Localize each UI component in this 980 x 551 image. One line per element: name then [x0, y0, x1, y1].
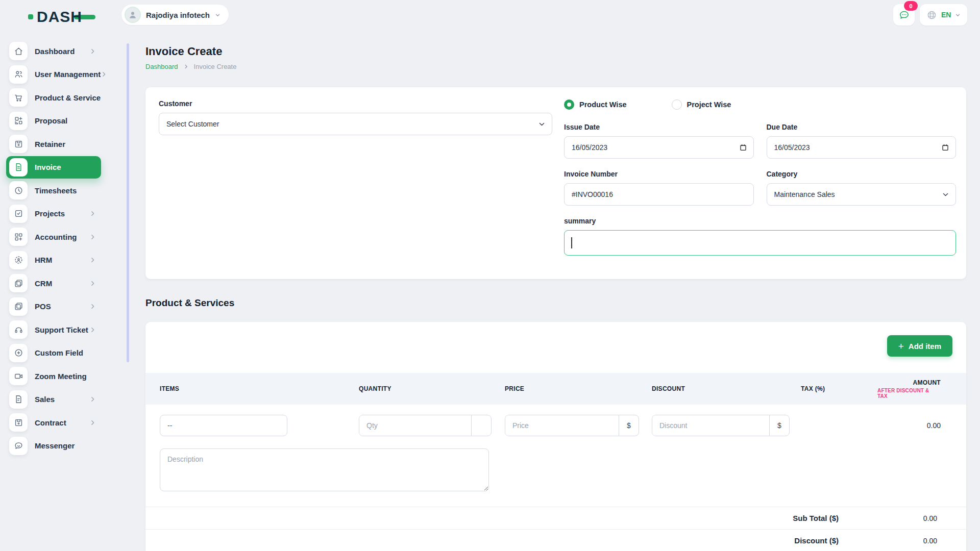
description-row	[145, 436, 966, 493]
grid-plus-icon	[9, 228, 28, 246]
product-wise-radio[interactable]: Product Wise	[564, 99, 627, 110]
chevron-right-icon	[89, 396, 96, 403]
sidebar-item-retainer[interactable]: Retainer	[6, 133, 101, 155]
qr-icon	[9, 112, 28, 130]
sidebar-item-crm[interactable]: CRM	[6, 272, 101, 294]
project-wise-radio[interactable]: Project Wise	[672, 99, 731, 110]
invoice-icon	[9, 158, 28, 177]
summary-textarea[interactable]	[564, 230, 956, 256]
customer-select[interactable]: Select Customer	[159, 113, 552, 135]
category-field-group: Category Maintenance Sales	[767, 170, 957, 206]
plus-icon: +	[898, 341, 904, 351]
issue-date-input[interactable]: 16/05/2023	[564, 136, 754, 159]
brand-logo: DASH	[28, 8, 95, 26]
language-selector[interactable]: EN	[920, 4, 967, 26]
row-amount: 0.00	[877, 415, 952, 436]
sidebar-item-user-management[interactable]: User Management	[6, 63, 101, 86]
chevron-right-icon	[89, 327, 96, 333]
col-header-quantity: QUANTITY	[359, 385, 505, 392]
summary-field-group: summary	[564, 217, 956, 256]
due-date-input[interactable]: 16/05/2023	[767, 136, 957, 159]
totals-section: Sub Total ($) 0.00 Discount ($) 0.00	[145, 507, 966, 551]
sidebar-item-label: User Management	[35, 70, 101, 79]
radio-checked-icon	[564, 99, 574, 110]
doc-icon	[9, 390, 28, 409]
customer-label: Customer	[159, 99, 552, 108]
item-select[interactable]: --	[160, 415, 287, 436]
amount-header-title: AMOUNT	[913, 379, 941, 386]
customer-select-value: Select Customer	[166, 120, 219, 128]
breadcrumb-chevron-icon	[183, 64, 189, 69]
company-selector[interactable]: Rajodiya infotech	[121, 5, 229, 25]
due-date-label: Due Date	[767, 123, 957, 131]
sidebar-nav: Dashboard User Management Product & Serv…	[6, 40, 101, 458]
sidebar-item-custom-field[interactable]: Custom Field	[6, 342, 101, 364]
sidebar-item-accounting[interactable]: Accounting	[6, 226, 101, 248]
chat-button[interactable]: 0	[893, 4, 915, 26]
subtotal-row: Sub Total ($) 0.00	[145, 507, 966, 529]
calendar-icon[interactable]	[941, 143, 949, 152]
invoice-number-input[interactable]	[572, 190, 746, 198]
breadcrumb: Dashboard Invoice Create	[145, 63, 966, 70]
chevron-right-icon	[89, 280, 96, 287]
item-row: -- $	[145, 405, 966, 436]
sidebar-item-sales[interactable]: Sales	[6, 388, 101, 411]
sidebar-item-label: Support Ticket	[35, 325, 88, 334]
discount-total-label: Discount ($)	[794, 536, 839, 545]
chevron-down-icon	[215, 12, 220, 18]
brand-name: DASH	[37, 8, 82, 26]
sidebar-item-pos[interactable]: POS	[6, 295, 101, 318]
project-wise-label: Project Wise	[687, 101, 731, 109]
issue-date-value: 16/05/2023	[572, 143, 607, 152]
breadcrumb-dashboard-link[interactable]: Dashboard	[145, 63, 178, 70]
quantity-input[interactable]	[359, 415, 471, 436]
sidebar-item-support-ticket[interactable]: Support Ticket	[6, 318, 101, 341]
issue-date-field-group: Issue Date 16/05/2023	[564, 123, 754, 159]
category-select[interactable]: Maintenance Sales	[767, 183, 957, 206]
sidebar-item-projects[interactable]: Projects	[6, 203, 101, 225]
product-wise-label: Product Wise	[579, 101, 627, 109]
users-icon	[9, 65, 28, 84]
price-input[interactable]	[505, 415, 619, 436]
home-icon	[9, 42, 28, 60]
amount-header-subtitle: AFTER DISCOUNT & TAX	[877, 388, 941, 399]
calendar-icon[interactable]	[739, 143, 747, 152]
sidebar-scrollbar[interactable]	[127, 43, 129, 362]
sidebar-item-proposal[interactable]: Proposal	[6, 110, 101, 132]
chevron-right-icon	[89, 257, 96, 263]
sidebar-item-hrm[interactable]: HRM	[6, 249, 101, 271]
invoice-number-inputbox	[564, 183, 754, 206]
sidebar-item-messenger[interactable]: Messenger	[6, 435, 101, 457]
sidebar-item-label: Sales	[35, 395, 55, 404]
sidebar-item-label: Custom Field	[35, 348, 83, 357]
sidebar-item-contract[interactable]: Contract	[6, 411, 101, 434]
clock-icon	[9, 181, 28, 199]
sidebar-item-timesheets[interactable]: Timesheets	[6, 179, 101, 202]
sidebar-item-label: Product & Service	[35, 93, 101, 102]
cards-icon	[9, 297, 28, 316]
col-header-amount: AMOUNT AFTER DISCOUNT & TAX	[877, 379, 952, 399]
plus-circle-icon	[9, 344, 28, 362]
sidebar-item-label: Zoom Meeting	[35, 372, 87, 381]
sidebar-item-invoice[interactable]: Invoice	[6, 156, 101, 179]
sidebar-item-dashboard[interactable]: Dashboard	[6, 40, 101, 62]
sidebar-item-label: Dashboard	[35, 47, 75, 56]
sidebar-item-zoom-meeting[interactable]: Zoom Meeting	[6, 365, 101, 387]
item-select-value: --	[167, 421, 172, 430]
invoice-number-field-group: Invoice Number	[564, 170, 754, 206]
tax-cell	[801, 415, 877, 436]
cards-icon	[9, 274, 28, 292]
chevron-right-icon	[89, 48, 96, 55]
add-item-button[interactable]: + Add item	[887, 335, 952, 357]
save-icon	[9, 413, 28, 432]
app-screen: DASH Rajodiya infotech 0 EN	[0, 0, 980, 551]
issue-date-label: Issue Date	[564, 123, 754, 131]
chevron-down-icon	[538, 121, 545, 128]
quantity-input-group	[359, 415, 492, 436]
sidebar-item-product-service[interactable]: Product & Service	[6, 86, 101, 109]
description-textarea[interactable]	[160, 448, 489, 491]
discount-input[interactable]	[652, 415, 769, 436]
subtotal-value: 0.00	[839, 514, 937, 522]
breadcrumb-current: Invoice Create	[194, 63, 237, 70]
products-card: + Add item ITEMS QUANTITY PRICE DISCOUNT…	[145, 322, 966, 551]
